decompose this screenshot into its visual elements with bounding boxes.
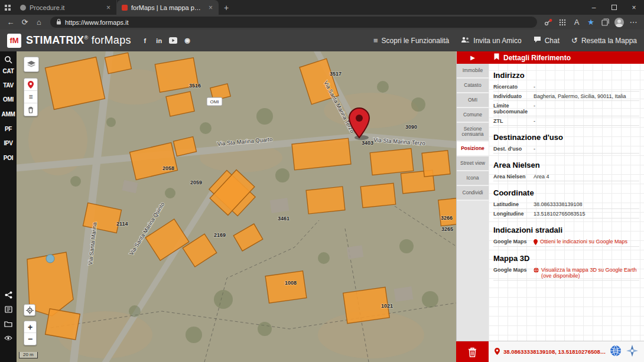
tab-immobile[interactable]: Immobile xyxy=(457,64,489,79)
building-footprint[interactable] xyxy=(130,143,178,180)
building-footprint[interactable] xyxy=(422,151,450,177)
address-bar[interactable]: https://www.formaps.it xyxy=(50,17,537,28)
youtube-icon[interactable] xyxy=(169,36,178,45)
sidebar-item-pf[interactable]: PF xyxy=(0,126,17,132)
share-icon[interactable] xyxy=(0,291,17,299)
marker-tools: ≡ xyxy=(24,78,38,116)
pin-tool-button[interactable] xyxy=(24,79,37,91)
parcel-label: 2114 xyxy=(116,221,128,227)
parcel-label: 1008 xyxy=(285,280,297,286)
trash-tool-button[interactable] xyxy=(24,103,37,116)
collections-icon[interactable] xyxy=(599,16,612,28)
delete-marker-button[interactable] xyxy=(456,341,489,362)
building-footprint[interactable] xyxy=(292,138,351,170)
earth-3d-link[interactable]: Visualizza la mappa 3D su Google Earth (… xyxy=(534,267,639,279)
zoom-out-button[interactable]: − xyxy=(24,333,36,345)
browser-tab-formaps[interactable]: forMaps | La mappa per navigare × xyxy=(117,0,219,15)
minimize-button[interactable]: – xyxy=(584,0,604,15)
directions-link[interactable]: Ottieni le indicazioni su Google Maps xyxy=(534,239,627,245)
panel-title: Dettagli Riferimento xyxy=(503,54,571,62)
sidebar-item-ipv[interactable]: IPV xyxy=(0,140,17,146)
building-footprint[interactable] xyxy=(265,271,307,303)
building-footprint[interactable] xyxy=(438,198,456,226)
formaps-favicon xyxy=(122,5,128,11)
tab-catasto[interactable]: Catasto xyxy=(457,79,489,93)
globe-icon[interactable] xyxy=(610,345,622,359)
tab-actions-icon[interactable] xyxy=(0,4,15,11)
apps-grid-icon[interactable] xyxy=(556,16,569,28)
sidebar-item-cat[interactable]: CAT xyxy=(0,68,17,74)
compass-icon[interactable] xyxy=(626,345,638,359)
section-title: Area Nielsen xyxy=(493,161,644,169)
building-footprint[interactable] xyxy=(210,170,255,216)
formaps-logo[interactable]: fM xyxy=(7,34,21,48)
tab-omi[interactable]: OMI xyxy=(457,93,489,108)
parcel-label: 3090 xyxy=(405,124,417,130)
linkedin-icon[interactable]: in xyxy=(155,36,164,45)
sidebar-item-poi[interactable]: POI xyxy=(0,155,17,161)
procedure-favicon xyxy=(20,5,26,11)
app-header: fM STIMATRIX® forMaps f in ◉ ≡ Scopri le… xyxy=(0,30,644,51)
tab-comune[interactable]: Comune xyxy=(457,108,489,123)
sidebar-item-omi[interactable]: OMI xyxy=(0,96,17,103)
section-title: Coordinate xyxy=(493,188,644,197)
tab-sezione-censuaria[interactable]: Sezione censuaria xyxy=(457,123,489,142)
facebook-icon[interactable]: f xyxy=(141,36,149,45)
new-tab-button[interactable]: + xyxy=(219,3,234,12)
panel-header: Dettagli Riferimento xyxy=(489,51,644,64)
lock-icon xyxy=(56,18,61,26)
folder-icon[interactable] xyxy=(0,321,17,327)
tab-posizione[interactable]: Posizione xyxy=(457,142,489,156)
sidebar-item-amm[interactable]: AMM xyxy=(0,111,17,118)
settings-more-icon[interactable]: ⋯ xyxy=(627,16,640,28)
read-aloud-icon[interactable]: A xyxy=(570,16,583,28)
search-icon[interactable] xyxy=(0,56,17,64)
profile-avatar[interactable] xyxy=(613,16,626,28)
nav-invita-amico[interactable]: Invita un Amico xyxy=(461,37,521,45)
building-footprint[interactable] xyxy=(306,187,345,214)
browser-tab-bar: Procedure.it × forMaps | La mappa per na… xyxy=(0,0,644,15)
building-footprint[interactable] xyxy=(166,92,194,116)
building-footprint[interactable] xyxy=(45,309,80,340)
building-footprint[interactable] xyxy=(370,148,414,175)
panel-collapse-button[interactable]: ▶ xyxy=(457,51,489,64)
tab-close-icon[interactable]: × xyxy=(207,4,214,12)
home-icon[interactable]: ⌂ xyxy=(32,16,45,28)
back-icon[interactable]: ← xyxy=(4,16,17,28)
tab-icona[interactable]: Icona xyxy=(457,171,489,186)
eye-icon[interactable] xyxy=(0,335,17,341)
header-nav: ≡ Scopri le Funzionalità Invita un Amico… xyxy=(373,36,637,45)
chat-bubble-icon xyxy=(534,36,541,45)
section-title: Indirizzo xyxy=(493,71,644,80)
building-footprint[interactable] xyxy=(233,224,263,251)
detail-row: Ricercato - xyxy=(493,82,639,92)
sidebar-item-tav[interactable]: TAV xyxy=(0,82,17,89)
tab-street-view[interactable]: Street view xyxy=(457,156,489,171)
reset-icon: ↺ xyxy=(571,36,578,45)
refresh-icon[interactable]: ⟳ xyxy=(18,16,31,28)
layers-control[interactable] xyxy=(24,57,39,72)
favorite-star-icon[interactable]: ★ xyxy=(584,16,597,28)
nav-chat[interactable]: Chat xyxy=(534,36,560,45)
parcel-label: 3461 xyxy=(278,216,290,221)
building-footprint[interactable] xyxy=(183,234,217,267)
zoom-in-button[interactable]: + xyxy=(24,321,36,333)
password-key-icon[interactable] xyxy=(542,16,555,28)
nav-resetta-mappa[interactable]: ↺ Resetta la Mappa xyxy=(571,36,637,45)
locate-control[interactable] xyxy=(24,304,35,316)
detail-row: Longitudine 13.518102765083515 xyxy=(493,209,639,218)
browser-tab-procedure[interactable]: Procedure.it × xyxy=(15,0,117,15)
map-canvas[interactable]: Via Santa Marina Terzo Via Sta Marina Qu… xyxy=(17,51,456,362)
building-footprint[interactable] xyxy=(45,57,105,110)
book-icon[interactable] xyxy=(0,306,17,313)
nav-scopri-funzionalita[interactable]: ≡ Scopri le Funzionalità xyxy=(373,36,449,45)
detail-row: Dest. d'uso - xyxy=(493,144,639,154)
close-button[interactable]: × xyxy=(624,0,644,15)
blog-circle-icon[interactable]: ◉ xyxy=(183,36,192,45)
list-tool-button[interactable]: ≡ xyxy=(24,91,37,103)
section-title: Mappa 3D xyxy=(493,254,644,263)
tab-condividi[interactable]: Condividi xyxy=(457,186,489,201)
building-footprint[interactable] xyxy=(360,183,395,208)
tab-close-icon[interactable]: × xyxy=(105,4,112,12)
maximize-button[interactable] xyxy=(604,0,624,15)
